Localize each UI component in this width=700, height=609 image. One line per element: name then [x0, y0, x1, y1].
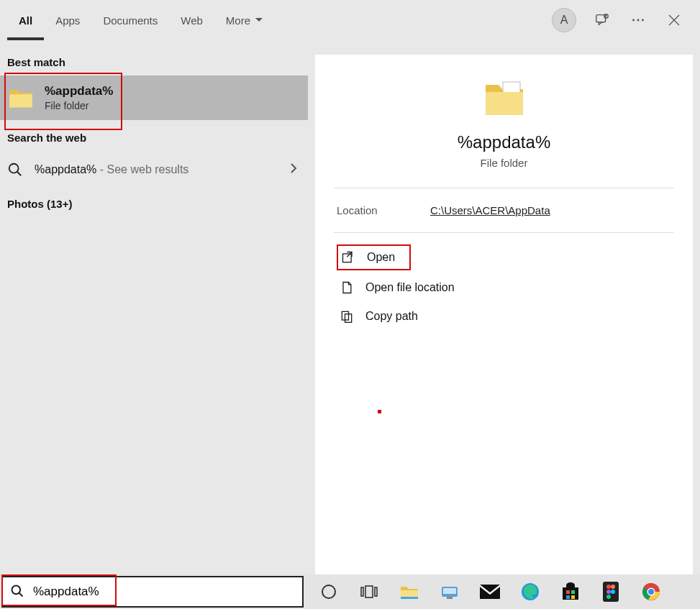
search-box[interactable] — [1, 576, 304, 608]
svg-point-31 — [606, 595, 611, 599]
more-options-icon[interactable] — [628, 10, 648, 30]
svg-point-30 — [611, 590, 615, 594]
svg-rect-13 — [365, 586, 373, 597]
svg-rect-24 — [566, 595, 570, 599]
tab-documents[interactable]: Documents — [91, 0, 169, 40]
web-result[interactable]: %appdata% - See web results — [0, 151, 308, 188]
file-explorer-icon[interactable] — [399, 581, 420, 603]
action-open-label: Open — [367, 251, 395, 264]
tab-more[interactable]: More — [214, 0, 275, 40]
folder-icon — [7, 84, 35, 111]
cortana-icon[interactable] — [318, 581, 340, 603]
svg-point-29 — [606, 590, 611, 594]
svg-rect-14 — [375, 587, 377, 596]
detail-subtitle: File folder — [337, 157, 671, 169]
store-icon[interactable] — [560, 581, 581, 603]
svg-rect-7 — [343, 254, 352, 262]
best-match-result[interactable]: %appdata% File folder — [0, 75, 308, 120]
web-result-text: %appdata% - See web results — [35, 163, 286, 176]
tab-web[interactable]: Web — [169, 0, 214, 40]
file-location-icon — [340, 280, 354, 295]
detail-column: %appdata% File folder Location C:\Users\… — [308, 40, 700, 574]
svg-point-10 — [12, 585, 21, 594]
settings-app-icon[interactable] — [439, 581, 460, 603]
svg-point-34 — [648, 589, 654, 595]
best-match-subtitle: File folder — [45, 100, 113, 111]
open-icon — [341, 250, 355, 265]
svg-rect-18 — [447, 597, 453, 599]
svg-point-28 — [611, 585, 615, 589]
chevron-down-icon — [255, 14, 263, 27]
search-web-label: Search the web — [0, 127, 308, 151]
svg-point-5 — [9, 163, 19, 173]
task-view-icon[interactable] — [358, 581, 380, 603]
svg-point-3 — [637, 19, 640, 22]
best-match-label: Best match — [0, 52, 308, 75]
close-icon[interactable] — [664, 10, 684, 30]
svg-rect-17 — [443, 588, 456, 594]
mail-icon[interactable] — [479, 581, 501, 603]
search-header: All Apps Documents Web More A — [0, 0, 700, 40]
svg-rect-15 — [401, 597, 418, 599]
feedback-icon[interactable] — [592, 10, 612, 30]
svg-point-4 — [642, 19, 644, 22]
tab-apps[interactable]: Apps — [44, 0, 91, 40]
svg-rect-21 — [563, 587, 578, 600]
location-value[interactable]: C:\Users\ACER\AppData — [430, 204, 550, 216]
copy-icon — [340, 309, 354, 324]
figma-icon[interactable] — [600, 581, 622, 603]
action-open-location-label: Open file location — [365, 281, 455, 294]
svg-rect-12 — [361, 587, 363, 596]
taskbar — [0, 574, 700, 609]
web-result-query: %appdata% — [35, 163, 96, 175]
detail-panel: %appdata% File folder Location C:\Users\… — [315, 55, 693, 574]
user-avatar[interactable]: A — [552, 8, 576, 32]
search-input[interactable] — [32, 584, 295, 600]
chevron-right-icon — [286, 161, 301, 178]
svg-rect-19 — [480, 585, 500, 599]
svg-point-27 — [606, 585, 611, 589]
action-open[interactable]: Open — [337, 244, 411, 270]
action-copy-path[interactable]: Copy path — [337, 302, 671, 331]
header-actions: A — [552, 8, 693, 32]
action-copy-path-label: Copy path — [365, 310, 418, 323]
svg-rect-23 — [571, 590, 575, 594]
photos-label[interactable]: Photos (13+) — [0, 193, 308, 217]
web-result-suffix: - See web results — [96, 163, 188, 175]
svg-point-11 — [322, 585, 335, 598]
location-label: Location — [337, 204, 430, 216]
tab-all[interactable]: All — [7, 0, 44, 40]
search-icon — [7, 162, 23, 178]
results-column: Best match %appdata% File folder Search … — [0, 40, 308, 574]
chrome-icon[interactable] — [640, 581, 662, 603]
search-icon — [10, 584, 24, 600]
annotation-dot — [378, 410, 381, 413]
svg-rect-25 — [571, 595, 575, 599]
edge-icon[interactable] — [519, 581, 541, 603]
tab-more-label: More — [226, 14, 250, 27]
search-tabs: All Apps Documents Web More — [7, 0, 275, 40]
taskbar-icons — [305, 581, 662, 603]
svg-point-2 — [632, 19, 635, 22]
detail-title: %appdata% — [337, 132, 671, 152]
svg-rect-22 — [566, 590, 570, 594]
folder-large-icon — [481, 76, 527, 122]
location-row: Location C:\Users\ACER\AppData — [337, 188, 671, 232]
best-match-title: %appdata% — [45, 84, 113, 99]
action-open-location[interactable]: Open file location — [337, 273, 671, 302]
